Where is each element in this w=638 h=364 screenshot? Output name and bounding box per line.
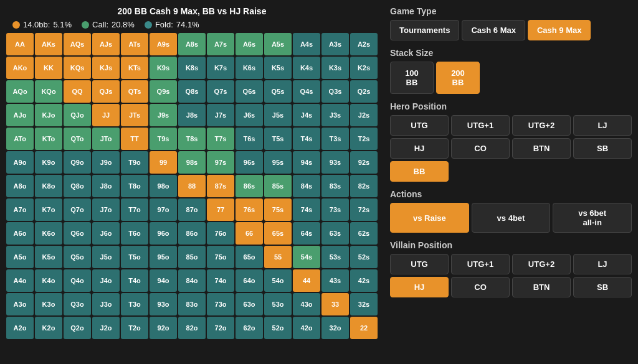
action-vs-4bet[interactable]: vs 4bet [472, 203, 551, 233]
grid-cell[interactable]: Q8o [64, 175, 91, 197]
grid-cell[interactable]: AKo [6, 57, 34, 79]
grid-cell[interactable]: A3o [6, 293, 34, 315]
grid-cell[interactable]: K3s [321, 57, 349, 79]
grid-cell[interactable]: J7s [207, 104, 234, 126]
grid-cell[interactable]: J9o [92, 151, 120, 174]
btn-100bb[interactable]: 100BB [390, 62, 434, 94]
grid-cell[interactable]: AJs [92, 33, 120, 55]
grid-cell[interactable]: K9s [150, 57, 177, 79]
grid-cell[interactable]: Q6o [64, 222, 91, 245]
grid-cell[interactable]: 55 [264, 246, 292, 268]
grid-cell[interactable]: J8s [178, 104, 206, 126]
grid-cell[interactable]: K8s [178, 57, 206, 79]
grid-cell[interactable]: A2s [350, 33, 378, 55]
grid-cell[interactable]: 85s [264, 175, 292, 197]
grid-cell[interactable]: ATs [121, 33, 148, 55]
grid-cell[interactable]: J8o [92, 175, 120, 197]
grid-cell[interactable]: AQs [64, 33, 91, 55]
grid-cell[interactable]: 54s [293, 246, 320, 268]
grid-cell[interactable]: 73s [321, 198, 349, 221]
grid-cell[interactable]: 92s [350, 151, 378, 174]
grid-cell[interactable]: 96o [150, 222, 177, 245]
grid-cell[interactable]: T7s [207, 128, 234, 150]
grid-cell[interactable]: 98o [150, 175, 177, 197]
grid-cell[interactable]: T2s [350, 128, 378, 150]
grid-cell[interactable]: 32s [350, 293, 378, 315]
grid-cell[interactable]: Q6s [236, 80, 263, 103]
grid-cell[interactable]: Q9s [150, 80, 177, 103]
grid-cell[interactable]: K2s [350, 57, 378, 79]
grid-cell[interactable]: K9o [35, 151, 62, 174]
grid-cell[interactable]: Q2s [350, 80, 378, 103]
grid-cell[interactable]: 54o [264, 269, 292, 292]
grid-cell[interactable]: 53s [321, 246, 349, 268]
grid-cell[interactable]: 82o [178, 317, 206, 339]
grid-cell[interactable]: 76o [207, 222, 234, 245]
grid-cell[interactable]: 72o [207, 317, 234, 339]
grid-cell[interactable]: KQs [64, 57, 91, 79]
grid-cell[interactable]: K7s [207, 57, 234, 79]
grid-cell[interactable]: Q3o [64, 293, 91, 315]
grid-cell[interactable]: 94s [293, 151, 320, 174]
btn-200bb[interactable]: 200BB [436, 62, 480, 94]
grid-cell[interactable]: 74o [207, 269, 234, 292]
grid-cell[interactable]: 64o [236, 269, 263, 292]
btn-tournaments[interactable]: Tournaments [390, 20, 459, 40]
grid-cell[interactable]: 96s [236, 151, 263, 174]
grid-cell[interactable]: 43o [293, 293, 320, 315]
villain-hj[interactable]: HJ [390, 277, 449, 297]
grid-cell[interactable]: T4s [293, 128, 320, 150]
grid-cell[interactable]: AKs [35, 33, 62, 55]
grid-cell[interactable]: K5o [35, 246, 62, 268]
grid-cell[interactable]: 93o [150, 293, 177, 315]
grid-cell[interactable]: J5s [264, 104, 292, 126]
grid-cell[interactable]: J2o [92, 317, 120, 339]
grid-cell[interactable]: A4o [6, 269, 34, 292]
hero-sb[interactable]: SB [573, 138, 632, 159]
grid-cell[interactable]: 95s [264, 151, 292, 174]
grid-cell[interactable]: J5o [92, 246, 120, 268]
grid-cell[interactable]: 97s [207, 151, 234, 174]
grid-cell[interactable]: T3o [121, 293, 148, 315]
grid-cell[interactable]: K6o [35, 222, 62, 245]
grid-cell[interactable]: A8o [6, 175, 34, 197]
grid-cell[interactable]: 65o [236, 246, 263, 268]
grid-cell[interactable]: ATo [6, 128, 34, 150]
grid-cell[interactable]: 94o [150, 269, 177, 292]
hero-co[interactable]: CO [451, 138, 510, 159]
hero-utg2[interactable]: UTG+2 [512, 115, 571, 136]
grid-cell[interactable]: JTs [121, 104, 148, 126]
grid-cell[interactable]: A2o [6, 317, 34, 339]
grid-cell[interactable]: K4s [293, 57, 320, 79]
grid-cell[interactable]: Q7o [64, 198, 91, 221]
grid-cell[interactable]: 82s [350, 175, 378, 197]
grid-cell[interactable]: 64s [293, 222, 320, 245]
grid-cell[interactable]: 75o [207, 246, 234, 268]
grid-cell[interactable]: Q8s [178, 80, 206, 103]
grid-cell[interactable]: A8s [178, 33, 206, 55]
hero-bb[interactable]: BB [390, 161, 449, 182]
grid-cell[interactable]: T6s [236, 128, 263, 150]
villain-utg[interactable]: UTG [390, 254, 449, 274]
grid-cell[interactable]: AJo [6, 104, 34, 126]
action-vs-raise[interactable]: vs Raise [390, 203, 469, 233]
grid-cell[interactable]: A6o [6, 222, 34, 245]
grid-cell[interactable]: 42s [350, 269, 378, 292]
grid-cell[interactable]: A9s [150, 33, 177, 55]
grid-cell[interactable]: J3o [92, 293, 120, 315]
grid-cell[interactable]: T5o [121, 246, 148, 268]
grid-cell[interactable]: 92o [150, 317, 177, 339]
grid-cell[interactable]: 22 [350, 317, 378, 339]
grid-cell[interactable]: Q9o [64, 151, 91, 174]
grid-cell[interactable]: 84s [293, 175, 320, 197]
grid-cell[interactable]: T9s [150, 128, 177, 150]
hero-utg1[interactable]: UTG+1 [451, 115, 510, 136]
grid-cell[interactable]: QTs [121, 80, 148, 103]
grid-cell[interactable]: A6s [236, 33, 263, 55]
grid-cell[interactable]: 85o [178, 246, 206, 268]
grid-cell[interactable]: 52o [264, 317, 292, 339]
grid-cell[interactable]: 87o [178, 198, 206, 221]
grid-cell[interactable]: T5s [264, 128, 292, 150]
grid-cell[interactable]: T6o [121, 222, 148, 245]
grid-cell[interactable]: 66 [236, 222, 263, 245]
